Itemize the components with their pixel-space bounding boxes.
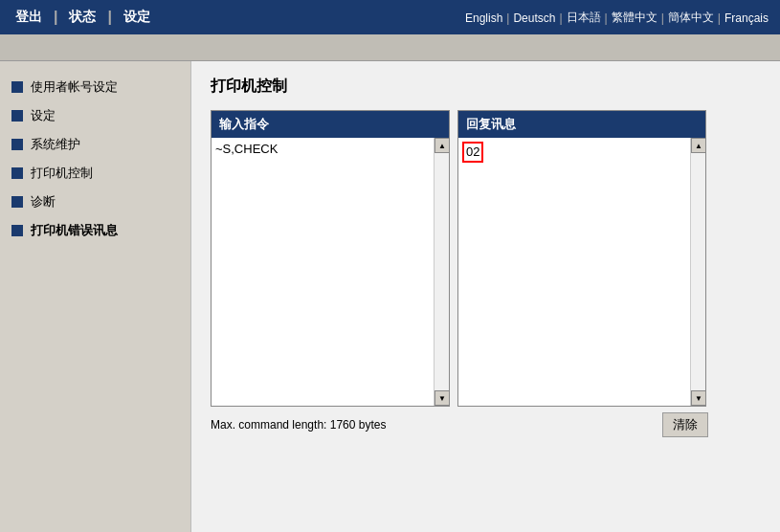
sidebar-label-printer-control: 打印机控制	[31, 165, 93, 182]
reply-value: 02	[462, 142, 483, 163]
input-panel: 输入指令 ▲ ▼	[211, 110, 450, 407]
clear-button[interactable]: 清除	[662, 412, 708, 437]
max-length-label: Max. command length: 1760 bytes	[211, 418, 386, 432]
nav-sep-2: |	[107, 9, 111, 26]
nav-logout[interactable]: 登出	[15, 9, 42, 26]
lang-deutsch[interactable]: Deutsch	[513, 11, 555, 24]
input-scroll-down[interactable]: ▼	[435, 390, 450, 406]
content-area: 打印机控制 输入指令 ▲ ▼ 回复讯息	[191, 61, 780, 532]
sidebar-label-printer-error: 打印机错误讯息	[31, 222, 118, 239]
nav-sep-1: |	[54, 9, 57, 26]
reply-scroll-track	[691, 153, 705, 390]
sidebar-icon-settings	[11, 110, 23, 122]
sidebar-label-user-account: 使用者帐号设定	[31, 78, 118, 96]
sidebar-item-printer-error[interactable]: 打印机错误讯息	[0, 216, 190, 245]
lang-trad-chinese[interactable]: 繁體中文	[612, 10, 657, 26]
language-switcher: English | Deutsch | 日本語 | 繁體中文 | 簡体中文 | …	[465, 10, 769, 26]
sidebar-label-diagnostics: 诊断	[31, 193, 56, 211]
sidebar-label-settings: 设定	[31, 107, 56, 124]
nav-status[interactable]: 状态	[69, 9, 96, 26]
command-panels: 输入指令 ▲ ▼ 回复讯息 02	[211, 110, 761, 407]
reply-content-area: 02	[458, 138, 690, 406]
reply-scroll-down[interactable]: ▼	[691, 390, 706, 406]
input-panel-body: ▲ ▼	[212, 138, 449, 406]
reply-scroll-up[interactable]: ▲	[691, 138, 706, 153]
input-scroll-up[interactable]: ▲	[435, 138, 450, 153]
input-panel-header: 输入指令	[212, 111, 449, 138]
sidebar-item-printer-control[interactable]: 打印机控制	[0, 159, 190, 188]
sidebar-icon-user-account	[11, 81, 23, 93]
sidebar-icon-system-maintenance	[11, 139, 23, 150]
top-nav-bar: 登出 | 状态 | 设定 English | Deutsch | 日本語 | 繁…	[0, 0, 780, 34]
lang-english[interactable]: English	[465, 11, 502, 24]
input-scroll-track	[435, 153, 449, 390]
sidebar: 使用者帐号设定 设定 系统维护 打印机控制 诊断 打印机错误讯息	[0, 61, 191, 532]
lang-french[interactable]: Français	[724, 11, 769, 24]
reply-scrollbar[interactable]: ▲ ▼	[690, 138, 705, 406]
lang-japanese[interactable]: 日本語	[567, 10, 601, 26]
nav-settings[interactable]: 设定	[123, 9, 150, 26]
main-layout: 使用者帐号设定 设定 系统维护 打印机控制 诊断 打印机错误讯息 打印机控制	[0, 61, 780, 532]
sidebar-label-system-maintenance: 系统维护	[31, 136, 80, 153]
bottom-bar: Max. command length: 1760 bytes 清除	[211, 407, 708, 443]
sidebar-item-diagnostics[interactable]: 诊断	[0, 188, 190, 216]
sidebar-icon-printer-error	[11, 225, 23, 236]
reply-panel-body: 02 ▲ ▼	[458, 138, 705, 406]
nav-links: 登出 | 状态 | 设定	[15, 9, 150, 26]
input-textarea[interactable]	[212, 138, 434, 406]
input-scrollbar[interactable]: ▲ ▼	[434, 138, 449, 406]
divider-bar	[0, 34, 780, 61]
page-title: 打印机控制	[211, 77, 761, 97]
reply-panel-header: 回复讯息	[458, 111, 705, 138]
sidebar-item-system-maintenance[interactable]: 系统维护	[0, 130, 190, 159]
sidebar-item-user-account[interactable]: 使用者帐号设定	[0, 73, 190, 101]
reply-panel: 回复讯息 02 ▲ ▼	[457, 110, 706, 407]
sidebar-icon-diagnostics	[11, 196, 23, 208]
sidebar-icon-printer-control	[11, 167, 23, 179]
sidebar-item-settings[interactable]: 设定	[0, 101, 190, 130]
lang-simp-chinese[interactable]: 簡体中文	[668, 10, 714, 26]
